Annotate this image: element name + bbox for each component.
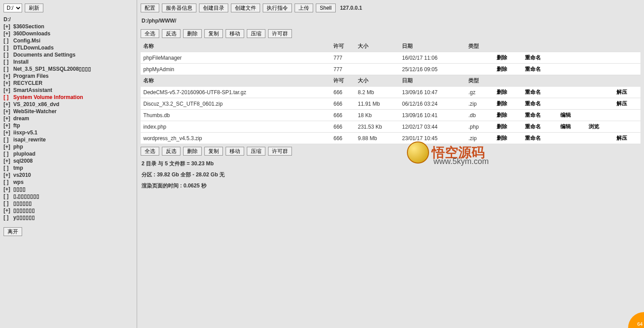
- expand-badge[interactable]: [ ]: [4, 200, 13, 206]
- drive-select[interactable]: D:/: [4, 4, 22, 12]
- expand-badge[interactable]: [+]: [4, 87, 13, 93]
- action-extract[interactable]: 解压: [615, 100, 629, 107]
- action-extract[interactable]: 解压: [615, 135, 629, 141]
- tree-item[interactable]: [ ]System Volume Information: [4, 94, 133, 101]
- table-row[interactable]: Discuz_X3.2_SC_UTF8_0601.zip66611.91 Mb0…: [141, 98, 640, 110]
- tree-item[interactable]: [ ]isapi_rewrite: [4, 136, 133, 143]
- select-all-button[interactable]: 全选: [141, 29, 159, 38]
- expand-badge[interactable]: [+]: [4, 80, 13, 86]
- compress-button-2[interactable]: 压缩: [247, 147, 265, 156]
- shell-button[interactable]: Shell: [316, 4, 336, 12]
- expand-badge[interactable]: [ ]: [4, 52, 13, 58]
- tree-item[interactable]: [+]ftp: [4, 122, 133, 129]
- action-delete[interactable]: 删除: [495, 100, 509, 107]
- permgroup-button[interactable]: 许可群: [268, 29, 292, 38]
- expand-badge[interactable]: [ ]: [4, 214, 13, 221]
- expand-badge[interactable]: [+]: [4, 158, 13, 164]
- tree-item[interactable]: [ ]DTLDownLoads: [4, 44, 133, 51]
- select-all-button-2[interactable]: 全选: [141, 147, 159, 156]
- expand-badge[interactable]: [ ]: [4, 193, 13, 199]
- delete-button-2[interactable]: 删除: [183, 147, 202, 156]
- tree-item[interactable]: [+]php: [4, 143, 133, 150]
- tree-item[interactable]: [+]▯▯▯▯: [4, 186, 133, 193]
- tree-item[interactable]: [ ]Install: [4, 58, 133, 65]
- tree-item[interactable]: [+]360Downloads: [4, 30, 133, 37]
- expand-badge[interactable]: [+]: [4, 172, 13, 178]
- tree-root[interactable]: D:/: [4, 16, 133, 23]
- expand-badge[interactable]: [+]: [4, 186, 13, 192]
- table-row[interactable]: Thumbs.db66618 Kb13/09/16 10:41.db删除重命名编…: [141, 110, 640, 121]
- action-rename[interactable]: 重命名: [523, 135, 543, 141]
- tree-item[interactable]: [ ]plupload: [4, 150, 133, 157]
- action-extract[interactable]: 解压: [615, 89, 629, 95]
- action-view[interactable]: 浏览: [587, 123, 601, 130]
- expand-badge[interactable]: [ ]: [4, 165, 13, 171]
- tree-item[interactable]: [ ]Net_3.5_SP1_MSSQL2008▯▯▯▯: [4, 65, 133, 72]
- action-rename[interactable]: 重命名: [523, 66, 543, 72]
- tree-item[interactable]: [+]dream: [4, 115, 133, 122]
- move-button-2[interactable]: 移动: [226, 147, 244, 156]
- tree-item[interactable]: [+]VS_2010_x86_dvd: [4, 101, 133, 108]
- tree-item[interactable]: [+]iisxp-v5.1: [4, 129, 133, 136]
- invert-button-2[interactable]: 反选: [162, 147, 180, 156]
- copy-button[interactable]: 复制: [204, 29, 223, 38]
- action-rename[interactable]: 重命名: [523, 123, 543, 130]
- invert-button[interactable]: 反选: [162, 29, 180, 38]
- expand-badge[interactable]: [+]: [4, 108, 13, 114]
- tree-item[interactable]: [+]SmartAssistant: [4, 87, 133, 94]
- tree-item[interactable]: [+]$360Section: [4, 23, 133, 30]
- tree-item[interactable]: [ ]▯▯▯▯▯▯: [4, 200, 133, 207]
- expand-badge[interactable]: [ ]: [4, 151, 13, 157]
- action-delete[interactable]: 删除: [495, 89, 509, 95]
- expand-badge[interactable]: [ ]: [4, 38, 13, 44]
- table-row[interactable]: phpFileManager77716/02/17 11:06删除重命名: [141, 52, 640, 64]
- leave-button[interactable]: 离开: [4, 227, 22, 236]
- expand-badge[interactable]: [+]: [4, 144, 13, 150]
- action-delete[interactable]: 删除: [495, 66, 509, 72]
- tree-item[interactable]: [+]Program Files: [4, 72, 133, 80]
- expand-badge[interactable]: [ ]: [4, 137, 13, 143]
- permgroup-button-2[interactable]: 许可群: [268, 147, 292, 156]
- expand-badge[interactable]: [+]: [4, 115, 13, 122]
- expand-badge[interactable]: [+]: [4, 31, 13, 37]
- exec-button[interactable]: 执行指令: [263, 4, 292, 12]
- tree-item[interactable]: [+]vs2010: [4, 172, 133, 179]
- tree-item[interactable]: [+]WebSite-Watcher: [4, 108, 133, 115]
- action-delete[interactable]: 删除: [495, 135, 509, 141]
- delete-button[interactable]: 删除: [183, 29, 202, 38]
- table-row[interactable]: DedeCMS-v5.7-20160906-UTF8-SP1.tar.gz666…: [141, 87, 640, 98]
- action-delete[interactable]: 删除: [495, 54, 509, 61]
- expand-badge[interactable]: [+]: [4, 23, 13, 30]
- tree-item[interactable]: [+]▯▯▯▯▯▯▯: [4, 207, 133, 214]
- action-edit[interactable]: 编辑: [559, 123, 573, 130]
- action-delete[interactable]: 删除: [495, 112, 509, 118]
- compress-button[interactable]: 压缩: [247, 29, 265, 38]
- mkfile-button[interactable]: 创建文件: [231, 4, 260, 12]
- config-button[interactable]: 配置: [141, 4, 159, 12]
- action-edit[interactable]: 编辑: [559, 112, 573, 118]
- tree-item[interactable]: [ ]tmp: [4, 164, 133, 172]
- table-row[interactable]: wordpress_zh_v4.5.3.zip6669.88 Mb23/01/1…: [141, 133, 640, 144]
- expand-badge[interactable]: [+]: [4, 130, 13, 136]
- tree-item[interactable]: [ ]Documents and Settings: [4, 51, 133, 58]
- tree-item[interactable]: [ ]wps: [4, 179, 133, 186]
- copy-button-2[interactable]: 复制: [204, 147, 223, 156]
- move-button[interactable]: 移动: [226, 29, 244, 38]
- tree-item[interactable]: [ ]▯,▯▯▯▯▯▯▯: [4, 193, 133, 200]
- tree-item[interactable]: [+]RECYCLER: [4, 80, 133, 87]
- refresh-button[interactable]: 刷新: [25, 4, 43, 12]
- tree-item[interactable]: [+]sql2008: [4, 157, 133, 164]
- action-rename[interactable]: 重命名: [523, 100, 543, 107]
- expand-badge[interactable]: [ ]: [4, 179, 13, 185]
- expand-badge[interactable]: [+]: [4, 122, 13, 129]
- table-row[interactable]: phpMyAdmin77725/12/16 09:05删除重命名: [141, 64, 640, 75]
- tree-item[interactable]: [ ]y▯▯▯▯▯▯: [4, 214, 133, 221]
- expand-badge[interactable]: [+]: [4, 73, 13, 79]
- action-rename[interactable]: 重命名: [523, 54, 543, 61]
- expand-badge[interactable]: [ ]: [4, 94, 13, 100]
- action-delete[interactable]: 删除: [495, 123, 509, 130]
- expand-badge[interactable]: [+]: [4, 207, 13, 214]
- expand-badge[interactable]: [ ]: [4, 66, 13, 72]
- table-row[interactable]: index.php666231.53 Kb12/02/17 03:44.php删…: [141, 121, 640, 133]
- action-rename[interactable]: 重命名: [523, 89, 543, 95]
